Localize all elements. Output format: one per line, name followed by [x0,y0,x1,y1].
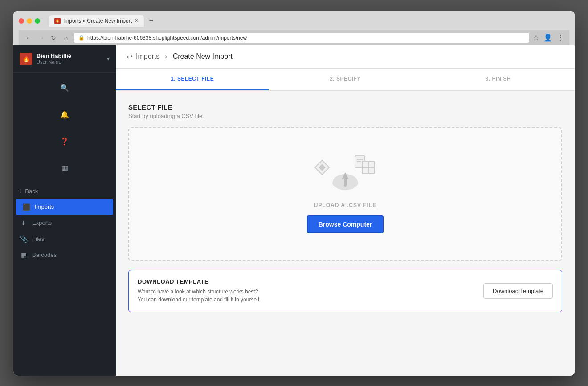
download-template-info: DOWNLOAD TEMPLATE Want to have a look at… [138,278,261,304]
browser-chrome: 🔥 Imports » Create New Import ✕ + ← → ↻ … [13,11,575,45]
steps-bar: 1. SELECT FILE 2. SPECIFY 3. FINISH [116,69,575,91]
upload-illustration [314,155,376,195]
breadcrumb-import-icon: ↩ [127,53,132,61]
browser-tabs: 🔥 Imports » Create New Import ✕ + [49,15,156,27]
step-3[interactable]: 3. FINISH [422,69,575,90]
main-content: ↩ Imports › Create New Import 1. SELECT … [116,45,575,376]
sidebar-back-button[interactable]: ‹ Back [13,183,116,199]
file-right-icon [360,159,376,177]
svg-point-10 [332,179,345,187]
sidebar-item-barcodes[interactable]: ▦ Barcodes [13,247,116,263]
brand-logo-icon: 🔥 [20,53,32,65]
sidebar-imports-label: Imports [35,203,54,210]
brand-chevron-icon: ▾ [107,56,110,62]
app-layout: 🔥 Bien Habillié User Name ▾ 🔍 🔔 ❓ ▦ ‹ Ba… [13,45,575,376]
sidebar-icon-search[interactable]: 🔍 [57,80,73,96]
tab-favicon: 🔥 [54,18,61,24]
sidebar-exports-label: Exports [32,219,52,226]
svg-rect-6 [368,161,375,167]
svg-rect-7 [362,167,368,174]
file-left-icon [314,159,330,177]
select-file-title: SELECT FILE [128,103,562,111]
menu-icon[interactable]: ⋮ [557,33,564,42]
download-template-title: DOWNLOAD TEMPLATE [138,278,261,285]
step-3-label: 3. FINISH [486,76,511,82]
url-bar[interactable]: 🔒 https://bien-habillie-606338.shoplight… [74,33,529,43]
download-template-section: DOWNLOAD TEMPLATE Want to have a look at… [128,270,562,312]
traffic-lights [19,18,40,24]
reload-button[interactable]: ↻ [49,34,58,41]
browse-computer-button[interactable]: Browse Computer [307,215,384,233]
sidebar-icon-help[interactable]: ❓ [57,134,73,150]
sidebar-icon-nav: 🔍 🔔 ❓ ▦ [13,73,116,183]
download-template-desc1: Want to have a look at which structure w… [138,288,261,296]
home-button[interactable]: ⌂ [61,34,70,41]
svg-rect-8 [368,167,375,174]
sidebar-icon-bell[interactable]: 🔔 [57,107,73,123]
page-body: SELECT FILE Start by uploading a CSV fil… [116,91,575,376]
barcodes-icon: ▦ [20,252,28,259]
breadcrumb-current: Create New Import [173,53,233,61]
sidebar-barcodes-label: Barcodes [32,252,57,258]
back-chevron-icon: ‹ [20,188,21,195]
exports-icon: ⬇ [20,219,28,227]
back-label: Back [25,188,38,195]
step-1-label: 1. SELECT FILE [171,76,214,82]
minimize-button[interactable] [27,18,32,24]
close-button[interactable] [19,18,24,24]
download-template-desc2: You can download our template and fill i… [138,296,261,304]
sidebar-brand[interactable]: 🔥 Bien Habillié User Name ▾ [13,45,116,73]
download-template-button[interactable]: Download Template [483,283,553,299]
step-1[interactable]: 1. SELECT FILE [116,69,269,90]
imports-icon: ⬛ [22,203,30,211]
brand-info: Bien Habillié User Name [37,53,102,65]
breadcrumb-parent[interactable]: Imports [136,53,159,61]
svg-rect-12 [344,178,347,187]
sidebar-item-imports[interactable]: ⬛ Imports [16,199,113,215]
addressbar-actions: ☆ 👤 ⋮ [533,33,564,42]
step-2-label: 2. SPECIFY [330,76,361,82]
sidebar-item-files[interactable]: 📎 Files [13,231,116,247]
sidebar-icon-grid[interactable]: ▦ [57,160,73,176]
sidebar: 🔥 Bien Habillié User Name ▾ 🔍 🔔 ❓ ▦ ‹ Ba… [13,45,116,376]
new-tab-button[interactable]: + [146,16,156,26]
tab-close-icon[interactable]: ✕ [135,18,139,24]
sidebar-nav: ⬛ Imports ⬇ Exports 📎 Files ▦ Barcodes [13,199,116,263]
upload-dropzone[interactable]: UPLOAD A .CSV FILE Browse Computer [128,127,562,261]
brand-username: User Name [37,59,102,65]
url-text: https://bien-habillie-606338.shoplightsp… [87,35,247,41]
brand-name: Bien Habillié [37,53,102,59]
select-file-subtitle: Start by uploading a CSV file. [128,113,562,119]
active-tab[interactable]: 🔥 Imports » Create New Import ✕ [49,15,144,27]
sidebar-item-exports[interactable]: ⬇ Exports [13,215,116,231]
address-bar-container: ← → ↻ ⌂ 🔒 https://bien-habillie-606338.s… [19,30,569,45]
sidebar-files-label: Files [32,236,44,242]
breadcrumb-separator: › [165,53,167,61]
star-icon[interactable]: ☆ [533,33,539,42]
lock-icon: 🔒 [78,35,85,41]
upload-label: UPLOAD A .CSV FILE [314,202,376,208]
cloud-upload-icon [330,169,361,195]
svg-rect-5 [362,161,368,167]
back-nav-button[interactable]: ← [24,34,33,41]
step-2[interactable]: 2. SPECIFY [269,69,421,90]
svg-point-11 [346,179,358,187]
page-header: ↩ Imports › Create New Import [116,45,575,69]
forward-nav-button[interactable]: → [37,34,45,41]
maximize-button[interactable] [35,18,40,24]
files-icon: 📎 [20,236,28,243]
user-icon[interactable]: 👤 [543,33,552,42]
tab-label: Imports » Create New Import [63,18,132,24]
